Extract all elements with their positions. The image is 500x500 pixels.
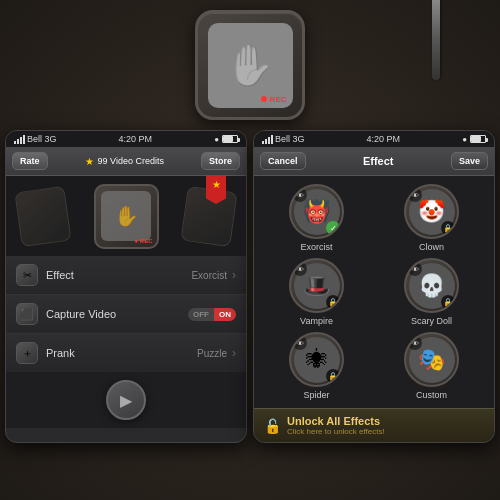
- vampire-name: Vampire: [300, 316, 333, 326]
- time-left: 4:20 PM: [119, 134, 153, 144]
- spider-name: Spider: [303, 390, 329, 400]
- effect-item-vampire[interactable]: 🎩 👁 🔒 Vampire: [262, 258, 371, 326]
- unlock-subtitle: Click here to unlock effects!: [287, 427, 484, 436]
- bar1: [14, 141, 16, 144]
- effect-item-clown[interactable]: 🤡 👁 🔒 Clown: [377, 184, 486, 252]
- unlock-text-area: Unlock All Effects Click here to unlock …: [287, 415, 484, 436]
- right-time: 4:20 PM: [367, 134, 401, 144]
- toggle-on: ON: [214, 308, 236, 321]
- rbar4: [271, 135, 273, 144]
- unlock-icon: 🔓: [264, 418, 281, 434]
- effect-circle-clown: 🤡 👁 🔒: [404, 184, 459, 239]
- prank-value: Puzzle: [197, 348, 227, 359]
- phones-row: Bell 3G 4:20 PM ● Rate ★ 99 Video Credit…: [5, 130, 495, 443]
- capture-toggle[interactable]: OFF ON: [188, 308, 236, 321]
- signal-icon: ●: [214, 135, 219, 144]
- status-right-left: ●: [214, 135, 238, 144]
- spider-eye: 👁: [293, 336, 307, 350]
- battery-left: [222, 135, 238, 143]
- rec-dot: [261, 96, 267, 102]
- unlock-bar[interactable]: 🔓 Unlock All Effects Click here to unloc…: [254, 408, 494, 442]
- vampire-eye: 👁: [293, 262, 307, 276]
- effect-item-custom[interactable]: 🎭 👁 Custom: [377, 332, 486, 400]
- main-thumb: ✋ ● REC: [94, 184, 159, 249]
- credits-area: ★ 99 Video Credits: [52, 156, 197, 167]
- right-phone: Bell 3G 4:20 PM ● Cancel Effect Save 👹 👁: [253, 130, 495, 443]
- menu-items: ✂ Effect Exorcist › ⬛ Capture Video OFF …: [6, 256, 246, 372]
- prank-label: Prank: [46, 347, 197, 359]
- right-battery: [470, 135, 486, 143]
- credits-label: 99 Video Credits: [98, 156, 164, 166]
- effects-grid: 👹 👁 ✓ Exorcist 🤡 👁 🔒 Clown 🎩: [254, 176, 494, 408]
- bar3: [20, 137, 22, 144]
- right-status-right: ●: [462, 135, 486, 144]
- left-status-bar: Bell 3G 4:20 PM ●: [6, 131, 246, 147]
- right-battery-fill: [471, 136, 481, 142]
- signal-bars: [14, 135, 25, 144]
- rec-label: REC: [270, 95, 287, 104]
- right-status-left: Bell 3G: [262, 134, 305, 144]
- battery-fill: [223, 136, 233, 142]
- clown-name: Clown: [419, 242, 444, 252]
- prank-icon: ＋: [16, 342, 38, 364]
- clown-eye: 👁: [408, 188, 422, 202]
- custom-eye: 👁: [408, 336, 422, 350]
- scary-doll-name: Scary Doll: [411, 316, 452, 326]
- menu-item-prank[interactable]: ＋ Prank Puzzle ›: [6, 334, 246, 372]
- right-signal-bars: [262, 135, 273, 144]
- effect-value: Exorcist: [191, 270, 227, 281]
- exorcist-eye: 👁: [293, 188, 307, 202]
- effect-icon: ✂: [16, 264, 38, 286]
- right-signal-icon: ●: [462, 135, 467, 144]
- left-phone: Bell 3G 4:20 PM ● Rate ★ 99 Video Credit…: [5, 130, 247, 443]
- video-strip: ✋ ● REC ★: [6, 176, 246, 256]
- cancel-button[interactable]: Cancel: [260, 152, 306, 170]
- right-carrier: Bell 3G: [275, 134, 305, 144]
- effect-item-spider[interactable]: 🕷 👁 🔒 Spider: [262, 332, 371, 400]
- exorcist-name: Exorcist: [300, 242, 332, 252]
- spider-lock: 🔒: [326, 369, 340, 383]
- bar4: [23, 135, 25, 144]
- carrier-left: Bell 3G: [27, 134, 57, 144]
- play-button[interactable]: ▶: [106, 380, 146, 420]
- prank-chevron: ›: [232, 346, 236, 360]
- bookmark: ★: [206, 176, 226, 204]
- status-left: Bell 3G: [14, 134, 57, 144]
- right-toolbar: Cancel Effect Save: [254, 147, 494, 176]
- custom-name: Custom: [416, 390, 447, 400]
- store-button[interactable]: Store: [201, 152, 240, 170]
- effect-circle-spider: 🕷 👁 🔒: [289, 332, 344, 387]
- capture-icon: ⬛: [16, 303, 38, 325]
- left-toolbar: Rate ★ 99 Video Credits Store: [6, 147, 246, 176]
- effect-item-exorcist[interactable]: 👹 👁 ✓ Exorcist: [262, 184, 371, 252]
- unlock-title: Unlock All Effects: [287, 415, 484, 427]
- vampire-lock: 🔒: [326, 295, 340, 309]
- toggle-off: OFF: [188, 308, 214, 321]
- save-button[interactable]: Save: [451, 152, 488, 170]
- knife-decoration: [432, 0, 440, 80]
- menu-item-effect[interactable]: ✂ Effect Exorcist ›: [6, 256, 246, 295]
- menu-item-capture[interactable]: ⬛ Capture Video OFF ON: [6, 295, 246, 334]
- scary-doll-lock: 🔒: [441, 295, 455, 309]
- effect-circle-vampire: 🎩 👁 🔒: [289, 258, 344, 313]
- effect-chevron: ›: [232, 268, 236, 282]
- effect-item-scary-doll[interactable]: 💀 👁 🔒 Scary Doll: [377, 258, 486, 326]
- play-area: ▶: [6, 372, 246, 428]
- vid-side-left: [14, 185, 71, 246]
- scary-doll-eye: 👁: [408, 262, 422, 276]
- rate-button[interactable]: Rate: [12, 152, 48, 170]
- bar2: [17, 139, 19, 144]
- effect-circle-exorcist: 👹 👁 ✓: [289, 184, 344, 239]
- effect-circle-custom: 🎭 👁: [404, 332, 459, 387]
- camera-preview: REC: [208, 23, 293, 108]
- effect-circle-scary-doll: 💀 👁 🔒: [404, 258, 459, 313]
- rbar3: [268, 137, 270, 144]
- rbar2: [265, 139, 267, 144]
- exorcist-check: ✓: [326, 221, 340, 235]
- star-icon: ★: [85, 156, 94, 167]
- capture-label: Capture Video: [46, 308, 188, 320]
- effect-label: Effect: [46, 269, 191, 281]
- rec-indicator: REC: [261, 95, 287, 104]
- top-camera-view: REC: [195, 10, 305, 120]
- thumb-rec: ● REC: [135, 238, 153, 244]
